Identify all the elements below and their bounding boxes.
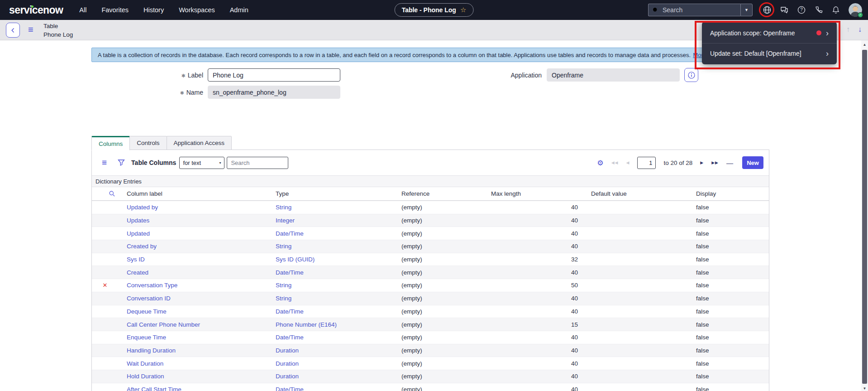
- table-row[interactable]: Created Date/Time (empty) 40 false: [92, 265, 769, 279]
- favorite-star-icon[interactable]: ☆: [460, 6, 466, 14]
- application-field-label: Application: [474, 72, 542, 79]
- cell-column-label-link[interactable]: Updates: [118, 217, 267, 224]
- table-row[interactable]: Updates Integer (empty) 40 false: [92, 214, 769, 227]
- scrollbar-up-icon[interactable]: ▲: [861, 43, 868, 47]
- table-row[interactable]: Handling Duration Duration (empty) 40 fa…: [92, 344, 769, 357]
- cell-type-link[interactable]: String: [267, 282, 392, 289]
- servicenow-logo[interactable]: servicenow: [9, 4, 63, 16]
- last-page-button[interactable]: ▶▶: [711, 160, 719, 165]
- table-row[interactable]: Wait Duration Duration (empty) 40 false: [92, 357, 769, 370]
- global-search-input[interactable]: Search: [648, 4, 740, 16]
- cell-type-link[interactable]: Date/Time: [267, 386, 392, 391]
- table-row[interactable]: Updated Date/Time (empty) 40 false: [92, 227, 769, 240]
- header-type[interactable]: Type: [267, 190, 392, 197]
- search-scope-dropdown-button[interactable]: ▼: [740, 4, 753, 16]
- cell-column-label-link[interactable]: Call Center Phone Number: [118, 321, 267, 328]
- context-pill[interactable]: Table - Phone Log ☆: [395, 3, 474, 17]
- cell-column-label-link[interactable]: Conversation Type: [118, 282, 267, 289]
- cell-type-link[interactable]: Date/Time: [267, 269, 392, 276]
- cell-column-label-link[interactable]: Hold Duration: [118, 373, 267, 380]
- table-row[interactable]: Hold Duration Duration (empty) 40 false: [92, 370, 769, 383]
- label-field-input[interactable]: [208, 68, 340, 82]
- next-page-button[interactable]: ▶: [700, 160, 704, 165]
- first-page-button[interactable]: ◀◀: [611, 160, 619, 165]
- list-filter-button[interactable]: [118, 159, 125, 166]
- cell-max-length: 15: [482, 321, 582, 328]
- cell-type-link[interactable]: Duration: [267, 347, 392, 354]
- nav-item-workspaces[interactable]: Workspaces: [179, 6, 215, 14]
- table-row[interactable]: Created by String (empty) 40 false: [92, 240, 769, 253]
- application-info-button[interactable]: [684, 68, 698, 82]
- cell-column-label-link[interactable]: Conversation ID: [118, 295, 267, 302]
- tab-application-access[interactable]: Application Access: [167, 136, 232, 150]
- cell-type-link[interactable]: Date/Time: [267, 230, 392, 237]
- cell-column-label-link[interactable]: Sys ID: [118, 256, 267, 263]
- cell-type-link[interactable]: Date/Time: [267, 308, 392, 315]
- list-menu-button[interactable]: ≡: [102, 158, 107, 168]
- application-scope-menu-item[interactable]: Application scope: Openframe ›: [702, 23, 837, 43]
- table-row[interactable]: After Call Start Time Date/Time (empty) …: [92, 383, 769, 391]
- connect-chat-button[interactable]: [780, 5, 789, 14]
- cell-column-label-link[interactable]: Updated by: [118, 204, 267, 211]
- scroll-down-arrow-icon[interactable]: ↓: [858, 25, 862, 34]
- cell-column-label-link[interactable]: Created by: [118, 243, 267, 250]
- phone-button[interactable]: [814, 5, 823, 14]
- list-settings-gear-icon[interactable]: ⚙: [597, 159, 603, 167]
- help-button[interactable]: ?: [797, 5, 806, 14]
- name-field-input[interactable]: [208, 86, 340, 99]
- header-default-value[interactable]: Default value: [582, 190, 687, 197]
- search-field-select[interactable]: for text ▾: [179, 157, 224, 169]
- cell-column-label-link[interactable]: Updated: [118, 230, 267, 237]
- application-field-input[interactable]: [547, 68, 680, 82]
- page-number-input[interactable]: [637, 157, 656, 169]
- cell-column-label-link[interactable]: Handling Duration: [118, 347, 267, 354]
- scrollbar-thumb[interactable]: [862, 50, 867, 384]
- context-menu-button[interactable]: ≡: [28, 25, 33, 34]
- cell-type-link[interactable]: String: [267, 204, 392, 211]
- table-row[interactable]: Dequeue Time Date/Time (empty) 40 false: [92, 305, 769, 318]
- nav-item-history[interactable]: History: [143, 6, 164, 14]
- nav-item-admin[interactable]: Admin: [230, 6, 248, 14]
- table-row[interactable]: Sys ID Sys ID (GUID) (empty) 32 false: [92, 253, 769, 266]
- cell-type-link[interactable]: Sys ID (GUID): [267, 256, 392, 263]
- column-search-button[interactable]: [109, 190, 115, 197]
- collapse-list-button[interactable]: —: [726, 159, 733, 167]
- previous-page-button[interactable]: ◀: [626, 160, 630, 165]
- cell-type-link[interactable]: Date/Time: [267, 334, 392, 341]
- cell-column-label-link[interactable]: Enqueue Time: [118, 334, 267, 341]
- cell-column-label-link[interactable]: Wait Duration: [118, 360, 267, 367]
- tab-controls[interactable]: Controls: [129, 136, 167, 150]
- nav-item-all[interactable]: All: [79, 6, 86, 14]
- cell-type-link[interactable]: Duration: [267, 373, 392, 380]
- page-scrollbar[interactable]: ▲ ▼: [861, 40, 868, 391]
- update-set-menu-item[interactable]: Update set: Default [Openframe] ›: [702, 43, 837, 63]
- header-reference[interactable]: Reference: [392, 190, 482, 197]
- tab-columns[interactable]: Columns: [91, 136, 130, 150]
- scroll-up-arrow-icon[interactable]: ↑: [846, 25, 850, 34]
- back-button[interactable]: [6, 23, 20, 38]
- cell-display: false: [687, 217, 769, 224]
- user-avatar[interactable]: ✓: [849, 3, 862, 17]
- nav-item-favorites[interactable]: Favorites: [101, 6, 129, 14]
- header-display[interactable]: Display: [687, 190, 769, 197]
- table-row[interactable]: Enqueue Time Date/Time (empty) 40 false: [92, 331, 769, 344]
- new-record-button[interactable]: New: [742, 156, 763, 169]
- header-max-length[interactable]: Max length: [482, 190, 582, 197]
- cell-type-link[interactable]: Integer: [267, 217, 392, 224]
- cell-type-link[interactable]: String: [267, 295, 392, 302]
- cell-column-label-link[interactable]: Created: [118, 269, 267, 276]
- header-column-label[interactable]: Column label: [118, 190, 267, 197]
- cell-type-link[interactable]: Duration: [267, 360, 392, 367]
- table-row[interactable]: Conversation ID String (empty) 40 false: [92, 292, 769, 305]
- cell-column-label-link[interactable]: Dequeue Time: [118, 308, 267, 315]
- cell-type-link[interactable]: Phone Number (E164): [267, 321, 392, 328]
- application-scope-globe-button[interactable]: [763, 5, 772, 14]
- list-search-input[interactable]: [227, 157, 288, 169]
- cell-type-link[interactable]: String: [267, 243, 392, 250]
- table-row[interactable]: Updated by String (empty) 40 false: [92, 201, 769, 214]
- cell-column-label-link[interactable]: After Call Start Time: [118, 386, 267, 391]
- table-row[interactable]: ✕ Conversation Type String (empty) 50 fa…: [92, 279, 769, 292]
- notifications-button[interactable]: [831, 5, 840, 14]
- table-row[interactable]: Call Center Phone Number Phone Number (E…: [92, 318, 769, 331]
- scrollbar-down-icon[interactable]: ▼: [861, 386, 868, 391]
